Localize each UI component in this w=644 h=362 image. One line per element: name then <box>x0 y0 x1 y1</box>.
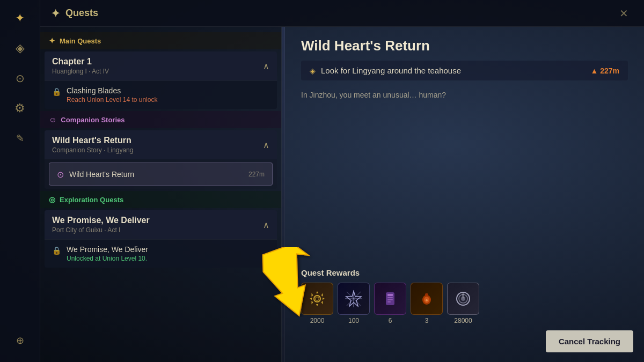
rewards-title: Quest Rewards <box>301 268 628 277</box>
quest-group-header-wild-hearts[interactable]: Wild Heart's Return Companion Story · Li… <box>45 130 277 159</box>
reward-icon-purple <box>374 283 406 315</box>
lock-icon: 🔒 <box>52 87 61 96</box>
clashing-blades-subtitle: Reach Union Level 14 to unlock <box>67 96 269 104</box>
quest-group-header-we-promise[interactable]: We Promise, We Deliver Port City of Guix… <box>45 210 277 239</box>
reward-count-purple: 6 <box>389 317 392 324</box>
svg-rect-12 <box>387 301 391 302</box>
main-quests-section-icon: ✦ <box>49 36 55 45</box>
quest-item-clashing-blades[interactable]: 🔒 Clashing Blades Reach Union Level 14 t… <box>45 80 277 109</box>
exploration-quests-section-label: Exploration Quests <box>60 196 123 204</box>
objective-diamond-icon: ◈ <box>310 67 316 75</box>
sidebar-item-settings[interactable]: ⚙ <box>7 95 33 121</box>
quest-detail-panel: Wild Heart's Return ◈ Look for Lingyang … <box>285 27 644 362</box>
reward-item-silver[interactable]: 28000 <box>447 283 479 324</box>
quest-group-we-promise: We Promise, We Deliver Port City of Guix… <box>45 210 277 268</box>
we-promise-subtitle: Unlocked at Union Level 10. <box>67 255 269 262</box>
quest-group-subtitle-wild-hearts: Companion Story · Lingyang <box>52 146 133 154</box>
svg-rect-10 <box>387 297 393 298</box>
rewards-section: Quest Rewards <box>301 268 628 324</box>
svg-rect-11 <box>387 299 393 300</box>
svg-rect-15 <box>425 293 428 297</box>
main-quests-section-label: Main Quests <box>60 37 101 45</box>
character-icon: ◈ <box>16 41 25 55</box>
section-header-companion: ☺ Companion Stories <box>40 111 281 128</box>
quests-icon: ✦ <box>15 11 25 25</box>
section-header-exploration: ◎ Exploration Quests <box>40 191 281 208</box>
we-promise-chevron-icon: ∧ <box>263 220 269 230</box>
chapter1-chevron-icon: ∧ <box>263 61 269 71</box>
wild-hearts-distance: 227m <box>248 171 265 178</box>
reward-item-purple[interactable]: 6 <box>374 283 406 324</box>
wild-hearts-chevron-icon: ∧ <box>263 140 269 150</box>
reward-icon-silver <box>447 283 479 315</box>
sidebar: ✦ ◈ ⊙ ⚙ ✎ ⊕ <box>0 0 40 362</box>
close-button[interactable]: ✕ <box>614 4 633 23</box>
reward-icon-star <box>338 283 370 315</box>
settings-icon: ⚙ <box>14 101 25 115</box>
header-icon: ✦ <box>51 7 60 20</box>
quest-group-title-chapter1: Chapter 1 <box>52 57 109 67</box>
quest-objective: ◈ Look for Lingyang around the teahouse … <box>301 61 628 80</box>
we-promise-text: We Promise, We Deliver Unlocked at Union… <box>67 245 269 262</box>
quest-item-wild-hearts-return[interactable]: ⊙ Wild Heart's Return 227m <box>49 162 273 186</box>
page-title: Quests <box>65 8 98 19</box>
section-header-main: ✦ Main Quests <box>40 32 281 49</box>
cancel-tracking-button[interactable]: Cancel Tracking <box>546 330 633 352</box>
inbox-icon: ⊕ <box>16 335 24 346</box>
quest-group-header-chapter1[interactable]: Chapter 1 Huanglong I · Act IV ∧ <box>45 51 277 80</box>
reward-count-orange: 3 <box>425 317 429 324</box>
sidebar-item-user[interactable]: ⊙ <box>7 65 33 91</box>
sidebar-item-quests[interactable]: ✦ <box>7 5 33 31</box>
reward-icon-orange <box>411 283 443 315</box>
reward-count-silver: 28000 <box>454 317 472 324</box>
sidebar-item-journal[interactable]: ✎ <box>7 125 33 151</box>
header-title-group: ✦ Quests <box>51 7 98 20</box>
quest-group-subtitle-chapter1: Huanglong I · Act IV <box>52 68 109 75</box>
companion-stories-section-icon: ☺ <box>49 115 56 124</box>
clashing-blades-title: Clashing Blades <box>67 86 269 95</box>
journal-icon: ✎ <box>16 132 24 144</box>
sidebar-item-inbox[interactable]: ⊕ <box>7 328 33 353</box>
quest-group-wild-hearts: Wild Heart's Return Companion Story · Li… <box>45 130 277 189</box>
quest-description: In Jinzhou, you meet an unusual… human? <box>301 89 628 101</box>
user-icon: ⊙ <box>16 72 25 85</box>
reward-count-gear: 2000 <box>310 317 325 324</box>
clashing-blades-text: Clashing Blades Reach Union Level 14 to … <box>67 86 269 104</box>
close-icon: ✕ <box>619 7 628 20</box>
wild-hearts-title: Wild Heart's Return <box>69 170 243 179</box>
reward-item-orange[interactable]: 3 <box>411 283 443 324</box>
lock-icon-2: 🔒 <box>52 246 61 255</box>
wild-hearts-text: Wild Heart's Return <box>69 170 243 179</box>
main-content: ✦ Main Quests Chapter 1 Huanglong I · Ac… <box>40 27 644 362</box>
quest-detail-title: Wild Heart's Return <box>301 38 628 54</box>
sidebar-item-character[interactable]: ◈ <box>7 35 33 61</box>
quest-group-title-we-promise: We Promise, We Deliver <box>52 216 150 225</box>
reward-item-star[interactable]: 100 <box>338 283 370 324</box>
person-icon: ⊙ <box>57 169 64 180</box>
reward-count-star: 100 <box>348 317 359 324</box>
objective-text: Look for Lingyang around the teahouse <box>321 66 585 75</box>
reward-icon-gear <box>301 283 333 315</box>
quest-group-title-wild-hearts: Wild Heart's Return <box>52 136 133 145</box>
header-bar: ✦ Quests ✕ <box>40 0 644 27</box>
objective-distance: ▲ 227m <box>590 67 619 75</box>
rewards-items: 2000 100 <box>301 283 628 324</box>
companion-stories-section-label: Companion Stories <box>61 116 125 124</box>
quest-item-we-promise-deliver[interactable]: 🔒 We Promise, We Deliver Unlocked at Uni… <box>45 239 277 268</box>
we-promise-title: We Promise, We Deliver <box>67 245 269 254</box>
quest-list-panel[interactable]: ✦ Main Quests Chapter 1 Huanglong I · Ac… <box>40 27 282 362</box>
svg-point-16 <box>426 299 428 301</box>
quest-group-subtitle-we-promise: Port City of Guixu · Act I <box>52 226 150 234</box>
quest-group-chapter1: Chapter 1 Huanglong I · Act IV ∧ 🔒 Clash… <box>45 51 277 109</box>
svg-point-2 <box>316 298 319 300</box>
reward-item-gear[interactable]: 2000 <box>301 283 333 324</box>
exploration-quests-section-icon: ◎ <box>49 195 55 204</box>
svg-rect-9 <box>387 294 393 296</box>
